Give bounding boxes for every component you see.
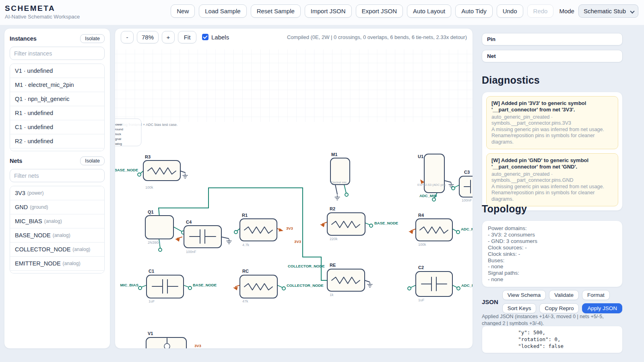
new-button[interactable]: New [171,4,195,18]
fit-button[interactable]: Fit [178,31,196,43]
instances-filter-input[interactable] [10,47,105,60]
pin-endpoint[interactable] [345,193,348,196]
pin-endpoint[interactable] [452,187,455,190]
import-json-button[interactable]: Import JSON [305,4,352,18]
net-label-r1-right[interactable]: 3V3 [286,226,293,230]
svg-text:100nF: 100nF [186,250,196,254]
json-toolbar: JSON View Schema Validate Format Sort Ke… [482,290,623,313]
component-RC[interactable]: COLLECTOR_NODE RC 47k [233,269,324,303]
zoom-in-button[interactable]: + [162,31,175,43]
instance-item[interactable]: C1 · undefined [10,120,104,134]
pin-endpoint[interactable] [432,198,436,201]
net-item[interactable]: EMITTER_NODE(analog) [10,257,104,271]
labels-label: Labels [211,34,229,41]
instances-list: V1 · undefined M1 · electret_mic_2pin Q1… [10,64,105,151]
pin-endpoint[interactable] [369,224,373,227]
topology-panel: Power domains: - 3V3: 2 consumers - GND:… [482,220,623,287]
nets-filter-input[interactable] [10,169,105,182]
redo-button[interactable]: Redo [527,4,554,18]
instance-item[interactable]: Q1 · npn_bjt_generic [10,92,104,106]
net-label-c2-right[interactable]: ADC_MID [461,283,473,288]
net-label-rc-right[interactable]: COLLECTOR_NODE [287,283,324,288]
zoom-out-button[interactable]: - [121,31,134,43]
pin-endpoint[interactable] [282,287,285,290]
pin-endpoint[interactable] [234,230,237,234]
pin-endpoint[interactable] [138,173,141,176]
undo-button[interactable]: Undo [497,4,523,18]
net-item[interactable]: MIC_BIAS(analog) [10,214,104,228]
component-C2[interactable]: ADC_MID C2 1uF [408,265,473,302]
reset-sample-button[interactable]: Reset Sample [251,4,301,18]
pin-endpoint[interactable] [188,286,192,290]
app-subtitle: AI-Native Schematic Workspace [5,14,80,20]
checkbox-checked-icon[interactable] [202,34,208,40]
component-C4[interactable]: C4 100nF [184,220,232,254]
instance-item[interactable]: R2 · undefined [10,134,104,148]
svg-text:Electret mic: Electret mic [331,181,347,184]
instance-item[interactable]: V1 · undefined [10,64,104,78]
net-label-c1-left[interactable]: MIC_BIAS [120,283,138,287]
component-C1[interactable]: MIC_BIAS BASE_NODE C1 1uF [120,269,217,303]
copy-repro-button[interactable]: Copy Repro [539,303,579,313]
pin-endpoint[interactable] [456,230,460,234]
net-label-r4-right[interactable]: ADC_MID [461,227,473,231]
component-R2[interactable]: BASE_NODE R2 220k [320,206,398,241]
pin-endpoint[interactable] [408,287,411,290]
net-item[interactable]: GND(ground) [10,200,104,214]
component-RE[interactable]: RE 1k [327,263,373,297]
net-label-3v3-wire[interactable]: 3V3 [294,239,301,244]
instance-item[interactable]: M1 · electret_mic_2pin [10,78,104,92]
nets-title: Nets [10,158,22,164]
ground-symbol [367,282,373,287]
net-label-r2-right[interactable]: BASE_NODE [374,221,398,225]
auto-layout-button[interactable]: Auto Layout [407,4,451,18]
net-label-collector-wire[interactable]: COLLECTOR_NODE [288,264,325,268]
instance-item[interactable]: R1 · undefined [10,106,104,120]
validate-button[interactable]: Validate [549,290,579,300]
instance-item[interactable]: R3 · undefined [10,148,104,151]
net-item[interactable]: ADC_MID(analog) [10,271,104,274]
pin-endpoint[interactable] [138,286,142,290]
zoom-level-button[interactable]: 78% [137,31,159,43]
net-item[interactable]: COLLECTOR_NODE(analog) [10,243,104,257]
pin-endpoint[interactable] [457,287,460,290]
app-header: SCHEMETA AI-Native Schematic Workspace N… [0,0,644,25]
component-V1[interactable]: V1 3V3 [146,331,201,349]
ground-symbol [227,239,232,244]
net-input[interactable]: Net [482,50,623,62]
pin-endpoint[interactable] [159,248,162,251]
net-label-r3-left[interactable]: BASE_NODE [115,168,138,172]
auto-tidy-button[interactable]: Auto Tidy [455,4,493,18]
labels-toggle[interactable]: Labels [202,34,229,41]
svg-text:C2: C2 [418,265,424,270]
apply-json-button[interactable]: Apply JSON [582,303,622,313]
net-label-v1-right[interactable]: 3V3 [194,343,201,348]
diagnostic-warning[interactable]: [W] Added pin '3V3' to generic symbol '_… [486,96,618,149]
component-Q1[interactable]: Q1 2N3904 [145,210,185,251]
diagnostic-warning[interactable]: [W] Added pin 'GND' to generic symbol '_… [486,153,618,206]
net-label-c1-right[interactable]: BASE_NODE [193,283,217,287]
mode-select[interactable]: Schematic Stub [578,4,638,18]
component-R3[interactable]: BASE_NODE R3 100k [115,154,188,189]
net-label-u1-bottom[interactable]: ADC_MID [419,193,437,198]
json-code-editor[interactable]: "y": 500, "rotation": 0, "locked": false [482,326,623,353]
net-item[interactable]: 3V3(power) [10,186,104,200]
component-R4[interactable]: ADC_MID R4 100k [408,213,473,247]
component-R1[interactable]: 3V3 R1 4.7k [234,213,293,247]
svg-text:100k: 100k [418,243,426,247]
view-schema-button[interactable]: View Schema [502,290,546,300]
canvas-legend: power ground clock signal analog [115,119,141,146]
pin-input[interactable]: Pin [482,33,623,45]
instances-isolate-button[interactable]: Isolate [80,34,105,43]
component-C3[interactable]: C3 100nF [452,170,473,202]
format-button[interactable]: Format [582,290,610,300]
load-sample-button[interactable]: Load Sample [199,4,246,18]
nets-isolate-button[interactable]: Isolate [80,156,105,165]
schematic-canvas[interactable]: Analog frontend + ADC bias test case. 3V… [115,45,473,349]
diagnostics-heading: Diagnostics [482,74,540,86]
net-item[interactable]: BASE_NODE(analog) [10,228,104,243]
component-M1[interactable]: M1 Electret mic [330,152,350,200]
component-U1[interactable]: U1 ESP32-S3 (ADC pin) ADC_MID [417,154,454,201]
export-json-button[interactable]: Export JSON [356,4,403,18]
sort-keys-button[interactable]: Sort Keys [502,303,537,313]
